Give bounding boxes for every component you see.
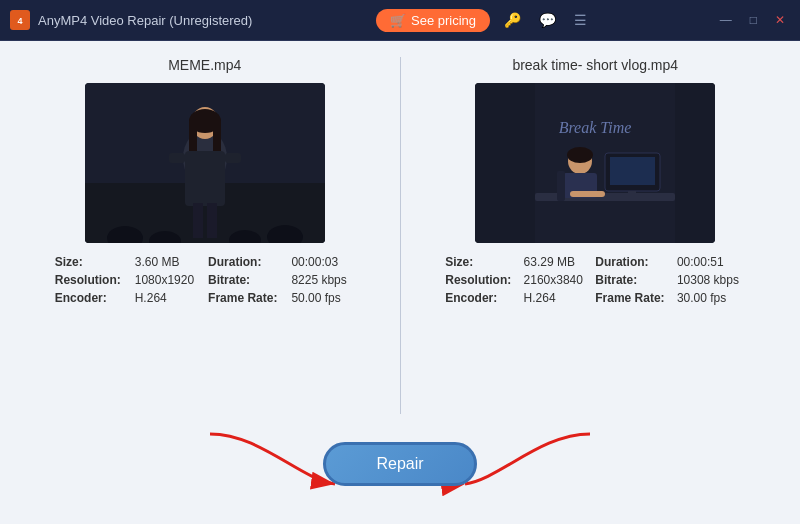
left-duration-value: 00:00:03 (291, 255, 354, 269)
svg-text:4: 4 (17, 16, 22, 26)
svg-rect-29 (570, 191, 605, 197)
title-bar-center: 🛒 See pricing 🔑 💬 ☰ (376, 9, 591, 32)
left-duration-label: Duration: (208, 255, 285, 269)
left-res-value: 1080x1920 (135, 273, 202, 287)
left-info-grid: Size: 3.60 MB Duration: 00:00:03 Resolut… (55, 255, 355, 305)
svg-rect-30 (475, 83, 535, 243)
left-framerate-label: Frame Rate: (208, 291, 285, 305)
right-bitrate-value: 10308 kbps (677, 273, 745, 287)
left-size-label: Size: (55, 255, 129, 269)
menu-icon[interactable]: ☰ (570, 10, 591, 30)
svg-rect-8 (213, 121, 221, 156)
bottom-action-area: Repair (30, 424, 770, 504)
app-title: AnyMP4 Video Repair (Unregistered) (38, 13, 252, 28)
key-icon[interactable]: 🔑 (500, 10, 525, 30)
main-content: MEME.mp4 (0, 40, 800, 524)
right-duration-value: 00:00:51 (677, 255, 745, 269)
svg-rect-7 (189, 121, 197, 156)
right-encoder-value: H.264 (524, 291, 590, 305)
right-video-panel: break time- short vlog.mp4 Break Time (421, 57, 771, 414)
svg-point-26 (567, 147, 593, 163)
right-size-label: Size: (445, 255, 517, 269)
right-duration-label: Duration: (595, 255, 671, 269)
right-size-value: 63.29 MB (524, 255, 590, 269)
close-button[interactable]: ✕ (770, 11, 790, 29)
panel-divider (400, 57, 401, 414)
repair-button[interactable]: Repair (323, 442, 476, 486)
left-framerate-value: 50.00 fps (291, 291, 354, 305)
right-framerate-label: Frame Rate: (595, 291, 671, 305)
title-bar-left: 4 AnyMP4 Video Repair (Unregistered) (10, 10, 252, 30)
see-pricing-button[interactable]: 🛒 See pricing (376, 9, 490, 32)
right-framerate-value: 30.00 fps (677, 291, 745, 305)
left-res-label: Resolution: (55, 273, 129, 287)
svg-rect-12 (193, 203, 203, 238)
left-encoder-value: H.264 (135, 291, 202, 305)
left-bitrate-label: Bitrate: (208, 273, 285, 287)
cart-icon: 🛒 (390, 13, 406, 28)
svg-text:Break Time: Break Time (559, 119, 632, 136)
left-encoder-label: Encoder: (55, 291, 129, 305)
video-panels: MEME.mp4 (30, 57, 770, 414)
maximize-button[interactable]: □ (745, 11, 762, 29)
right-video-title: break time- short vlog.mp4 (512, 57, 678, 73)
svg-rect-11 (225, 153, 241, 163)
svg-rect-10 (169, 153, 185, 163)
right-info-grid: Size: 63.29 MB Duration: 00:00:51 Resolu… (445, 255, 745, 305)
right-encoder-label: Encoder: (445, 291, 517, 305)
chat-icon[interactable]: 💬 (535, 10, 560, 30)
svg-rect-24 (628, 191, 636, 196)
right-res-label: Resolution: (445, 273, 517, 287)
left-video-thumbnail (85, 83, 325, 243)
svg-rect-13 (207, 203, 217, 238)
right-video-thumbnail: Break Time (475, 83, 715, 243)
right-res-value: 2160x3840 (524, 273, 590, 287)
title-bar: 4 AnyMP4 Video Repair (Unregistered) 🛒 S… (0, 0, 800, 40)
repair-button-wrapper: Repair (323, 442, 476, 486)
left-video-panel: MEME.mp4 (30, 57, 380, 414)
window-controls: — □ ✕ (715, 11, 790, 29)
see-pricing-label: See pricing (411, 13, 476, 28)
svg-rect-23 (610, 157, 655, 185)
left-bitrate-value: 8225 kbps (291, 273, 354, 287)
app-logo: 4 (10, 10, 30, 30)
left-size-value: 3.60 MB (135, 255, 202, 269)
minimize-button[interactable]: — (715, 11, 737, 29)
svg-rect-20 (535, 193, 675, 201)
svg-rect-28 (557, 171, 565, 201)
right-bitrate-label: Bitrate: (595, 273, 671, 287)
svg-rect-9 (185, 151, 225, 206)
svg-rect-31 (675, 83, 715, 243)
left-video-title: MEME.mp4 (168, 57, 241, 73)
